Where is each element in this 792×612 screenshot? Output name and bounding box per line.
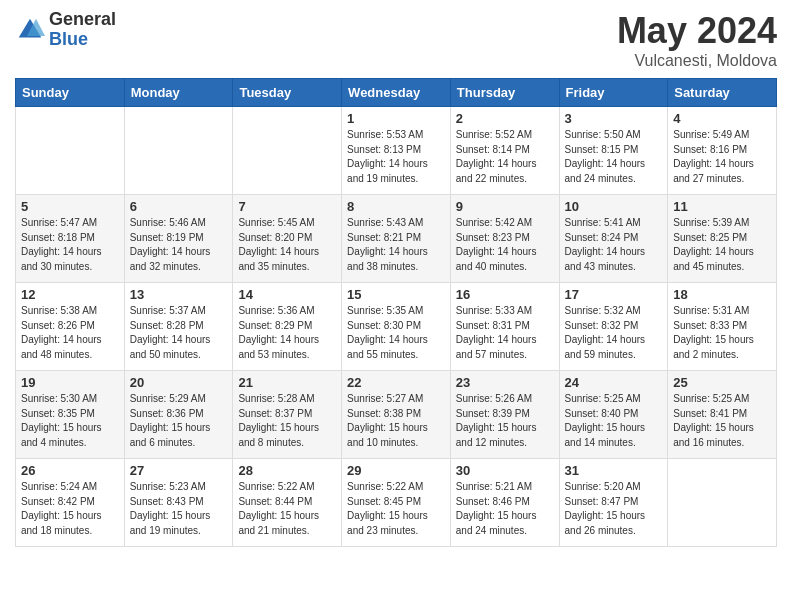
- week-row-3: 12Sunrise: 5:38 AMSunset: 8:26 PMDayligh…: [16, 283, 777, 371]
- week-row-4: 19Sunrise: 5:30 AMSunset: 8:35 PMDayligh…: [16, 371, 777, 459]
- col-header-thursday: Thursday: [450, 79, 559, 107]
- day-cell: 22Sunrise: 5:27 AMSunset: 8:38 PMDayligh…: [342, 371, 451, 459]
- day-info: Sunrise: 5:49 AMSunset: 8:16 PMDaylight:…: [673, 128, 771, 186]
- header: General Blue May 2024 Vulcanesti, Moldov…: [15, 10, 777, 70]
- day-cell: 12Sunrise: 5:38 AMSunset: 8:26 PMDayligh…: [16, 283, 125, 371]
- day-info: Sunrise: 5:28 AMSunset: 8:37 PMDaylight:…: [238, 392, 336, 450]
- day-number: 12: [21, 287, 119, 302]
- day-cell: [16, 107, 125, 195]
- day-info: Sunrise: 5:53 AMSunset: 8:13 PMDaylight:…: [347, 128, 445, 186]
- day-cell: 27Sunrise: 5:23 AMSunset: 8:43 PMDayligh…: [124, 459, 233, 547]
- day-number: 28: [238, 463, 336, 478]
- week-row-5: 26Sunrise: 5:24 AMSunset: 8:42 PMDayligh…: [16, 459, 777, 547]
- day-number: 27: [130, 463, 228, 478]
- logo-text: General Blue: [49, 10, 116, 50]
- logo-general-text: General: [49, 10, 116, 30]
- day-cell: 20Sunrise: 5:29 AMSunset: 8:36 PMDayligh…: [124, 371, 233, 459]
- day-info: Sunrise: 5:45 AMSunset: 8:20 PMDaylight:…: [238, 216, 336, 274]
- day-number: 10: [565, 199, 663, 214]
- day-number: 9: [456, 199, 554, 214]
- day-cell: 11Sunrise: 5:39 AMSunset: 8:25 PMDayligh…: [668, 195, 777, 283]
- col-header-friday: Friday: [559, 79, 668, 107]
- day-cell: 18Sunrise: 5:31 AMSunset: 8:33 PMDayligh…: [668, 283, 777, 371]
- day-info: Sunrise: 5:25 AMSunset: 8:40 PMDaylight:…: [565, 392, 663, 450]
- day-number: 21: [238, 375, 336, 390]
- day-number: 30: [456, 463, 554, 478]
- day-cell: 17Sunrise: 5:32 AMSunset: 8:32 PMDayligh…: [559, 283, 668, 371]
- logo-icon: [15, 15, 45, 45]
- day-cell: 4Sunrise: 5:49 AMSunset: 8:16 PMDaylight…: [668, 107, 777, 195]
- day-info: Sunrise: 5:46 AMSunset: 8:19 PMDaylight:…: [130, 216, 228, 274]
- day-cell: 31Sunrise: 5:20 AMSunset: 8:47 PMDayligh…: [559, 459, 668, 547]
- day-number: 13: [130, 287, 228, 302]
- day-number: 26: [21, 463, 119, 478]
- week-row-1: 1Sunrise: 5:53 AMSunset: 8:13 PMDaylight…: [16, 107, 777, 195]
- day-info: Sunrise: 5:27 AMSunset: 8:38 PMDaylight:…: [347, 392, 445, 450]
- day-number: 8: [347, 199, 445, 214]
- day-number: 25: [673, 375, 771, 390]
- day-cell: 1Sunrise: 5:53 AMSunset: 8:13 PMDaylight…: [342, 107, 451, 195]
- logo-blue-text: Blue: [49, 30, 116, 50]
- day-cell: 14Sunrise: 5:36 AMSunset: 8:29 PMDayligh…: [233, 283, 342, 371]
- day-cell: 29Sunrise: 5:22 AMSunset: 8:45 PMDayligh…: [342, 459, 451, 547]
- day-number: 31: [565, 463, 663, 478]
- calendar-table: SundayMondayTuesdayWednesdayThursdayFrid…: [15, 78, 777, 547]
- day-info: Sunrise: 5:47 AMSunset: 8:18 PMDaylight:…: [21, 216, 119, 274]
- day-number: 2: [456, 111, 554, 126]
- day-cell: [233, 107, 342, 195]
- day-info: Sunrise: 5:30 AMSunset: 8:35 PMDaylight:…: [21, 392, 119, 450]
- day-info: Sunrise: 5:50 AMSunset: 8:15 PMDaylight:…: [565, 128, 663, 186]
- day-cell: 19Sunrise: 5:30 AMSunset: 8:35 PMDayligh…: [16, 371, 125, 459]
- day-number: 4: [673, 111, 771, 126]
- day-info: Sunrise: 5:32 AMSunset: 8:32 PMDaylight:…: [565, 304, 663, 362]
- day-number: 5: [21, 199, 119, 214]
- day-cell: 6Sunrise: 5:46 AMSunset: 8:19 PMDaylight…: [124, 195, 233, 283]
- day-number: 17: [565, 287, 663, 302]
- day-cell: [124, 107, 233, 195]
- day-info: Sunrise: 5:25 AMSunset: 8:41 PMDaylight:…: [673, 392, 771, 450]
- day-info: Sunrise: 5:21 AMSunset: 8:46 PMDaylight:…: [456, 480, 554, 538]
- day-cell: 3Sunrise: 5:50 AMSunset: 8:15 PMDaylight…: [559, 107, 668, 195]
- day-number: 18: [673, 287, 771, 302]
- day-info: Sunrise: 5:22 AMSunset: 8:44 PMDaylight:…: [238, 480, 336, 538]
- day-cell: 7Sunrise: 5:45 AMSunset: 8:20 PMDaylight…: [233, 195, 342, 283]
- day-number: 11: [673, 199, 771, 214]
- day-info: Sunrise: 5:39 AMSunset: 8:25 PMDaylight:…: [673, 216, 771, 274]
- day-info: Sunrise: 5:29 AMSunset: 8:36 PMDaylight:…: [130, 392, 228, 450]
- day-cell: 8Sunrise: 5:43 AMSunset: 8:21 PMDaylight…: [342, 195, 451, 283]
- col-header-wednesday: Wednesday: [342, 79, 451, 107]
- header-row: SundayMondayTuesdayWednesdayThursdayFrid…: [16, 79, 777, 107]
- day-info: Sunrise: 5:37 AMSunset: 8:28 PMDaylight:…: [130, 304, 228, 362]
- day-info: Sunrise: 5:22 AMSunset: 8:45 PMDaylight:…: [347, 480, 445, 538]
- day-cell: 23Sunrise: 5:26 AMSunset: 8:39 PMDayligh…: [450, 371, 559, 459]
- day-number: 16: [456, 287, 554, 302]
- day-info: Sunrise: 5:42 AMSunset: 8:23 PMDaylight:…: [456, 216, 554, 274]
- day-cell: 21Sunrise: 5:28 AMSunset: 8:37 PMDayligh…: [233, 371, 342, 459]
- day-number: 23: [456, 375, 554, 390]
- week-row-2: 5Sunrise: 5:47 AMSunset: 8:18 PMDaylight…: [16, 195, 777, 283]
- day-info: Sunrise: 5:24 AMSunset: 8:42 PMDaylight:…: [21, 480, 119, 538]
- day-cell: 10Sunrise: 5:41 AMSunset: 8:24 PMDayligh…: [559, 195, 668, 283]
- day-number: 20: [130, 375, 228, 390]
- title-block: May 2024 Vulcanesti, Moldova: [617, 10, 777, 70]
- day-number: 3: [565, 111, 663, 126]
- day-number: 7: [238, 199, 336, 214]
- day-number: 29: [347, 463, 445, 478]
- day-cell: 30Sunrise: 5:21 AMSunset: 8:46 PMDayligh…: [450, 459, 559, 547]
- subtitle: Vulcanesti, Moldova: [617, 52, 777, 70]
- page: General Blue May 2024 Vulcanesti, Moldov…: [0, 0, 792, 557]
- day-cell: 25Sunrise: 5:25 AMSunset: 8:41 PMDayligh…: [668, 371, 777, 459]
- day-cell: [668, 459, 777, 547]
- day-number: 6: [130, 199, 228, 214]
- day-info: Sunrise: 5:35 AMSunset: 8:30 PMDaylight:…: [347, 304, 445, 362]
- day-number: 1: [347, 111, 445, 126]
- day-info: Sunrise: 5:38 AMSunset: 8:26 PMDaylight:…: [21, 304, 119, 362]
- day-info: Sunrise: 5:20 AMSunset: 8:47 PMDaylight:…: [565, 480, 663, 538]
- day-cell: 15Sunrise: 5:35 AMSunset: 8:30 PMDayligh…: [342, 283, 451, 371]
- day-cell: 13Sunrise: 5:37 AMSunset: 8:28 PMDayligh…: [124, 283, 233, 371]
- col-header-sunday: Sunday: [16, 79, 125, 107]
- day-number: 15: [347, 287, 445, 302]
- day-number: 14: [238, 287, 336, 302]
- col-header-saturday: Saturday: [668, 79, 777, 107]
- day-cell: 24Sunrise: 5:25 AMSunset: 8:40 PMDayligh…: [559, 371, 668, 459]
